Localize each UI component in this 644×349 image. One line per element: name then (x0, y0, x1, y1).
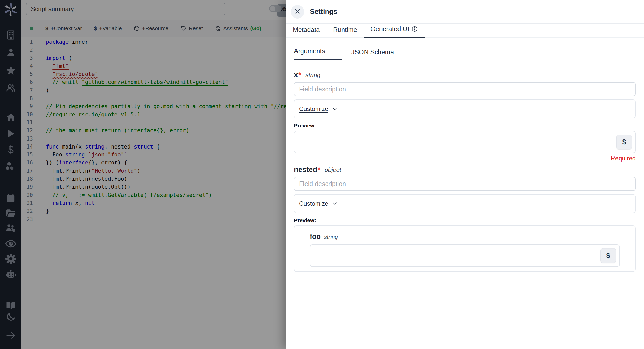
insert-variable-button[interactable]: $ (600, 248, 616, 263)
customize-label: Customize (299, 200, 328, 207)
chevron-down-icon (332, 106, 338, 112)
argument-label: nested * object (294, 165, 636, 174)
argument-field-nested: nested * object Customize Preview: foo s… (294, 165, 636, 272)
customize-toggle[interactable]: Customize (299, 200, 338, 207)
argument-label: x * string (294, 71, 636, 79)
settings-body: ArgumentsJSON Schema x * string Customiz… (286, 47, 644, 272)
object-preview-box: foo string $ (294, 225, 636, 272)
tab-runtime[interactable]: Runtime (326, 26, 364, 37)
customize-label: Customize (299, 105, 328, 112)
close-settings-button[interactable] (291, 5, 304, 19)
field-description-input[interactable] (294, 82, 636, 96)
preview-label: Preview: (294, 123, 636, 129)
preview-value-input[interactable]: $ (294, 131, 636, 153)
argument-type: object (325, 166, 341, 173)
customize-box: Customize (294, 194, 636, 213)
argument-name: x (294, 71, 298, 79)
info-icon (411, 26, 418, 32)
tab-metadata[interactable]: Metadata (286, 26, 326, 37)
insert-variable-button[interactable]: $ (616, 135, 632, 149)
tab-label: Generated UI (370, 25, 409, 33)
tab-label: Runtime (333, 26, 357, 33)
modal-overlay[interactable] (0, 0, 286, 349)
close-icon (294, 8, 301, 15)
settings-header: Settings (286, 0, 644, 24)
property-name: foo (310, 233, 321, 241)
preview-label: Preview: (294, 217, 636, 223)
customize-toggle[interactable]: Customize (299, 105, 338, 112)
argument-type: string (305, 72, 320, 79)
required-asterisk: * (318, 165, 320, 174)
arguments-list: x * string Customize Preview: $ Required… (294, 71, 636, 272)
settings-title: Settings (310, 8, 337, 16)
field-description-input[interactable] (294, 177, 636, 191)
tab-generated-ui[interactable]: Generated UI (364, 25, 425, 38)
chevron-down-icon (332, 200, 338, 207)
generated-ui-subtabs: ArgumentsJSON Schema (294, 47, 636, 60)
settings-tabs: MetadataRuntimeGenerated UI (286, 24, 644, 38)
subtab-json-schema[interactable]: JSON Schema (351, 48, 394, 60)
argument-field-x: x * string Customize Preview: $ Required (294, 71, 636, 162)
subtab-arguments[interactable]: Arguments (294, 47, 342, 60)
tab-label: Metadata (293, 26, 320, 33)
customize-box: Customize (294, 99, 636, 118)
required-note: Required (294, 155, 636, 162)
argument-name: nested (294, 165, 317, 174)
property-value-input[interactable]: $ (310, 244, 620, 267)
property-type: string (324, 234, 338, 240)
settings-drawer: Settings MetadataRuntimeGenerated UI Arg… (286, 0, 644, 349)
required-asterisk: * (299, 71, 301, 79)
object-property-label: foo string (310, 233, 620, 241)
